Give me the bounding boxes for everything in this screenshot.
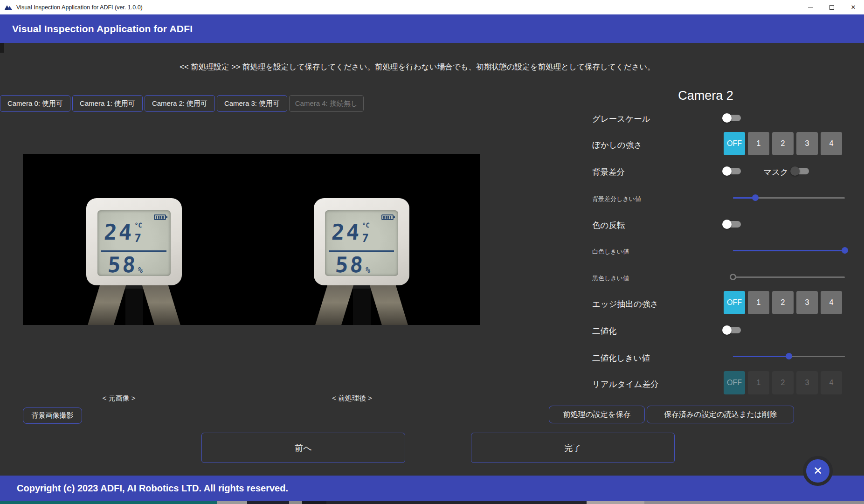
maximize-button[interactable] <box>821 0 843 14</box>
slider-knob[interactable] <box>786 353 792 359</box>
slider-knob[interactable] <box>842 247 848 254</box>
blur-3-button[interactable]: 3 <box>796 132 818 155</box>
footer: Copyright (c) 2023 ADFI, AI Robotics LTD… <box>0 476 864 501</box>
bg-diff-label: 背景差分 <box>592 166 625 178</box>
maximize-icon <box>829 5 834 10</box>
blur-strength-label: ぼかしの強さ <box>592 139 642 151</box>
desktop-edge-strip <box>0 501 864 504</box>
slider-knob[interactable] <box>752 194 759 201</box>
camera-preview-canvas: 24 °C 7 58 % 24 <box>23 154 480 325</box>
humidity-unit: % <box>138 265 144 275</box>
binarize-threshold-slider[interactable] <box>733 353 845 359</box>
temperature-unit: °C <box>134 221 143 229</box>
app-header: Visual Inspection Application for ADFI <box>0 14 864 43</box>
bg-diff-toggle[interactable] <box>722 165 744 177</box>
window-title: Visual Inspection Application for ADFI (… <box>16 4 143 11</box>
close-icon: ✕ <box>813 465 823 476</box>
floating-close-button[interactable]: ✕ <box>803 456 833 486</box>
lcd-display: 24 °C 7 58 % <box>325 210 398 276</box>
app-logo-icon <box>4 4 13 11</box>
temperature-decimal: 7 <box>134 233 142 244</box>
blur-4-button[interactable]: 4 <box>821 132 842 155</box>
white-threshold-slider[interactable] <box>733 247 845 254</box>
processed-image-caption: < 前処理後 > <box>305 394 399 403</box>
battery-icon <box>381 214 394 220</box>
edge-2-button[interactable]: 2 <box>772 291 794 314</box>
save-preprocess-settings-button[interactable]: 前処理の設定を保存 <box>549 406 645 423</box>
edge-strength-label: エッジ抽出の強さ <box>592 298 658 310</box>
invert-colors-label: 色の反転 <box>592 220 625 231</box>
copyright-text: Copyright (c) 2023 ADFI, AI Robotics LTD… <box>17 483 288 494</box>
tab-camera-1[interactable]: Camera 1: 使用可 <box>72 95 143 112</box>
bg-diff-threshold-slider[interactable] <box>733 194 845 201</box>
original-image-caption: < 元画像 > <box>72 394 166 403</box>
realtime-3-button: 3 <box>796 371 818 394</box>
white-threshold-label: 白色しきい値 <box>592 248 629 256</box>
close-button[interactable]: ✕ <box>843 0 864 14</box>
edge-strength-group: OFF 1 2 3 4 <box>724 291 842 314</box>
window-titlebar: Visual Inspection Application for ADFI (… <box>0 0 864 14</box>
realtime-diff-group: OFF 1 2 3 4 <box>724 371 842 394</box>
minimize-button[interactable] <box>800 0 821 14</box>
edge-4-button[interactable]: 4 <box>821 291 842 314</box>
blur-off-button[interactable]: OFF <box>724 132 745 155</box>
instruction-text: << 前処理設定 >> 前処理を設定して保存してください。前処理を行わない場合で… <box>0 62 835 72</box>
binarize-toggle[interactable] <box>722 324 744 336</box>
invert-colors-toggle[interactable] <box>722 218 744 230</box>
header-notch <box>0 43 4 53</box>
edge-off-button[interactable]: OFF <box>724 291 745 314</box>
realtime-4-button: 4 <box>821 371 842 394</box>
tab-camera-2[interactable]: Camera 2: 使用可 <box>145 95 215 112</box>
mask-label: マスク <box>763 166 788 178</box>
humidity-value: 58 <box>107 254 138 276</box>
bg-diff-threshold-label: 背景差分しきい値 <box>592 195 641 203</box>
load-or-delete-settings-button[interactable]: 保存済みの設定の読込または削除 <box>647 406 794 423</box>
battery-icon <box>154 214 166 220</box>
original-image-device-photo: 24 °C 7 58 % <box>86 198 182 325</box>
grayscale-label: グレースケール <box>592 113 650 124</box>
processed-image-device-photo: 24 °C 7 58 % <box>314 198 409 325</box>
realtime-diff-label: リアルタイム差分 <box>592 379 658 390</box>
mask-toggle[interactable] <box>790 165 812 177</box>
black-threshold-slider[interactable] <box>733 274 845 280</box>
done-button[interactable]: 完了 <box>471 433 675 463</box>
previous-button[interactable]: 前へ <box>201 433 405 463</box>
grayscale-toggle[interactable] <box>722 112 744 124</box>
lcd-display: 24 °C 7 58 % <box>97 210 171 276</box>
blur-1-button[interactable]: 1 <box>748 132 769 155</box>
camera-tab-bar: Camera 0: 使用可 Camera 1: 使用可 Camera 2: 使用… <box>0 95 364 112</box>
close-icon: ✕ <box>851 4 856 10</box>
binarize-threshold-label: 二値化しきい値 <box>592 352 650 364</box>
realtime-1-button: 1 <box>748 371 769 394</box>
tab-camera-0[interactable]: Camera 0: 使用可 <box>0 95 70 112</box>
slider-knob[interactable] <box>730 274 736 280</box>
black-threshold-label: 黒色しきい値 <box>592 274 629 283</box>
tab-camera-3[interactable]: Camera 3: 使用可 <box>217 95 287 112</box>
binarize-label: 二値化 <box>592 325 617 337</box>
panel-title-camera: Camera 2 <box>592 89 819 103</box>
capture-background-button[interactable]: 背景画像撮影 <box>23 407 82 424</box>
minimize-icon <box>808 7 813 8</box>
edge-3-button[interactable]: 3 <box>796 291 818 314</box>
realtime-2-button: 2 <box>772 371 794 394</box>
edge-1-button[interactable]: 1 <box>748 291 769 314</box>
temperature-value: 24 <box>103 221 134 244</box>
app-title: Visual Inspection Application for ADFI <box>12 23 193 35</box>
realtime-off-button: OFF <box>724 371 745 394</box>
blur-2-button[interactable]: 2 <box>772 132 794 155</box>
tab-camera-4: Camera 4: 接続無し <box>289 95 364 112</box>
blur-strength-group: OFF 1 2 3 4 <box>724 132 842 155</box>
